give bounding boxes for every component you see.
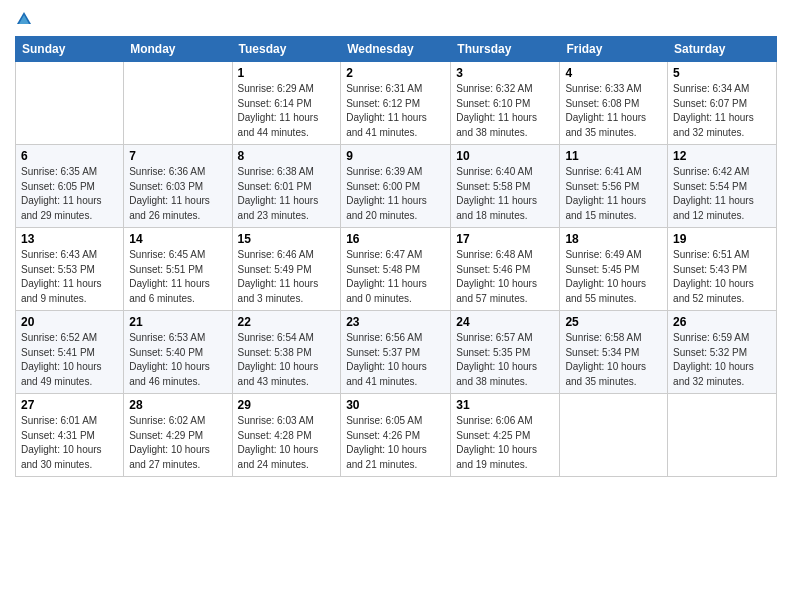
week-row-4: 20Sunrise: 6:52 AM Sunset: 5:41 PM Dayli… xyxy=(16,311,777,394)
calendar-cell: 7Sunrise: 6:36 AM Sunset: 6:03 PM Daylig… xyxy=(124,145,232,228)
day-number: 5 xyxy=(673,66,771,80)
header xyxy=(15,10,777,28)
calendar-cell: 18Sunrise: 6:49 AM Sunset: 5:45 PM Dayli… xyxy=(560,228,668,311)
calendar-cell: 26Sunrise: 6:59 AM Sunset: 5:32 PM Dayli… xyxy=(668,311,777,394)
day-info: Sunrise: 6:51 AM Sunset: 5:43 PM Dayligh… xyxy=(673,248,771,306)
calendar-cell: 31Sunrise: 6:06 AM Sunset: 4:25 PM Dayli… xyxy=(451,394,560,477)
calendar-cell: 16Sunrise: 6:47 AM Sunset: 5:48 PM Dayli… xyxy=(341,228,451,311)
day-number: 6 xyxy=(21,149,118,163)
day-info: Sunrise: 6:47 AM Sunset: 5:48 PM Dayligh… xyxy=(346,248,445,306)
day-number: 15 xyxy=(238,232,336,246)
calendar-cell xyxy=(124,62,232,145)
calendar-cell: 28Sunrise: 6:02 AM Sunset: 4:29 PM Dayli… xyxy=(124,394,232,477)
day-info: Sunrise: 6:32 AM Sunset: 6:10 PM Dayligh… xyxy=(456,82,554,140)
day-number: 22 xyxy=(238,315,336,329)
weekday-header-wednesday: Wednesday xyxy=(341,37,451,62)
calendar-cell: 30Sunrise: 6:05 AM Sunset: 4:26 PM Dayli… xyxy=(341,394,451,477)
day-number: 20 xyxy=(21,315,118,329)
day-info: Sunrise: 6:34 AM Sunset: 6:07 PM Dayligh… xyxy=(673,82,771,140)
day-info: Sunrise: 6:59 AM Sunset: 5:32 PM Dayligh… xyxy=(673,331,771,389)
calendar-cell: 5Sunrise: 6:34 AM Sunset: 6:07 PM Daylig… xyxy=(668,62,777,145)
day-info: Sunrise: 6:48 AM Sunset: 5:46 PM Dayligh… xyxy=(456,248,554,306)
day-info: Sunrise: 6:46 AM Sunset: 5:49 PM Dayligh… xyxy=(238,248,336,306)
day-number: 12 xyxy=(673,149,771,163)
day-info: Sunrise: 6:03 AM Sunset: 4:28 PM Dayligh… xyxy=(238,414,336,472)
calendar-table: SundayMondayTuesdayWednesdayThursdayFrid… xyxy=(15,36,777,477)
weekday-header-thursday: Thursday xyxy=(451,37,560,62)
day-info: Sunrise: 6:45 AM Sunset: 5:51 PM Dayligh… xyxy=(129,248,226,306)
day-number: 14 xyxy=(129,232,226,246)
day-info: Sunrise: 6:54 AM Sunset: 5:38 PM Dayligh… xyxy=(238,331,336,389)
weekday-header-saturday: Saturday xyxy=(668,37,777,62)
day-number: 23 xyxy=(346,315,445,329)
day-info: Sunrise: 6:38 AM Sunset: 6:01 PM Dayligh… xyxy=(238,165,336,223)
day-info: Sunrise: 6:57 AM Sunset: 5:35 PM Dayligh… xyxy=(456,331,554,389)
weekday-header-monday: Monday xyxy=(124,37,232,62)
page: SundayMondayTuesdayWednesdayThursdayFrid… xyxy=(0,0,792,612)
day-number: 7 xyxy=(129,149,226,163)
day-info: Sunrise: 6:52 AM Sunset: 5:41 PM Dayligh… xyxy=(21,331,118,389)
calendar-cell xyxy=(560,394,668,477)
calendar-cell: 11Sunrise: 6:41 AM Sunset: 5:56 PM Dayli… xyxy=(560,145,668,228)
day-info: Sunrise: 6:42 AM Sunset: 5:54 PM Dayligh… xyxy=(673,165,771,223)
week-row-3: 13Sunrise: 6:43 AM Sunset: 5:53 PM Dayli… xyxy=(16,228,777,311)
day-info: Sunrise: 6:29 AM Sunset: 6:14 PM Dayligh… xyxy=(238,82,336,140)
day-info: Sunrise: 6:05 AM Sunset: 4:26 PM Dayligh… xyxy=(346,414,445,472)
calendar-cell: 24Sunrise: 6:57 AM Sunset: 5:35 PM Dayli… xyxy=(451,311,560,394)
calendar-cell: 22Sunrise: 6:54 AM Sunset: 5:38 PM Dayli… xyxy=(232,311,341,394)
calendar-cell: 4Sunrise: 6:33 AM Sunset: 6:08 PM Daylig… xyxy=(560,62,668,145)
day-info: Sunrise: 6:36 AM Sunset: 6:03 PM Dayligh… xyxy=(129,165,226,223)
calendar-cell: 17Sunrise: 6:48 AM Sunset: 5:46 PM Dayli… xyxy=(451,228,560,311)
day-number: 17 xyxy=(456,232,554,246)
week-row-5: 27Sunrise: 6:01 AM Sunset: 4:31 PM Dayli… xyxy=(16,394,777,477)
weekday-header-friday: Friday xyxy=(560,37,668,62)
day-info: Sunrise: 6:39 AM Sunset: 6:00 PM Dayligh… xyxy=(346,165,445,223)
day-info: Sunrise: 6:53 AM Sunset: 5:40 PM Dayligh… xyxy=(129,331,226,389)
day-info: Sunrise: 6:56 AM Sunset: 5:37 PM Dayligh… xyxy=(346,331,445,389)
day-number: 19 xyxy=(673,232,771,246)
day-info: Sunrise: 6:49 AM Sunset: 5:45 PM Dayligh… xyxy=(565,248,662,306)
calendar-cell: 1Sunrise: 6:29 AM Sunset: 6:14 PM Daylig… xyxy=(232,62,341,145)
day-number: 27 xyxy=(21,398,118,412)
calendar-cell: 12Sunrise: 6:42 AM Sunset: 5:54 PM Dayli… xyxy=(668,145,777,228)
calendar-cell: 2Sunrise: 6:31 AM Sunset: 6:12 PM Daylig… xyxy=(341,62,451,145)
week-row-2: 6Sunrise: 6:35 AM Sunset: 6:05 PM Daylig… xyxy=(16,145,777,228)
day-number: 1 xyxy=(238,66,336,80)
day-info: Sunrise: 6:43 AM Sunset: 5:53 PM Dayligh… xyxy=(21,248,118,306)
day-number: 25 xyxy=(565,315,662,329)
calendar-cell: 6Sunrise: 6:35 AM Sunset: 6:05 PM Daylig… xyxy=(16,145,124,228)
day-number: 26 xyxy=(673,315,771,329)
day-number: 2 xyxy=(346,66,445,80)
day-number: 21 xyxy=(129,315,226,329)
calendar-cell: 13Sunrise: 6:43 AM Sunset: 5:53 PM Dayli… xyxy=(16,228,124,311)
calendar-cell: 27Sunrise: 6:01 AM Sunset: 4:31 PM Dayli… xyxy=(16,394,124,477)
day-info: Sunrise: 6:01 AM Sunset: 4:31 PM Dayligh… xyxy=(21,414,118,472)
day-number: 10 xyxy=(456,149,554,163)
calendar-cell: 10Sunrise: 6:40 AM Sunset: 5:58 PM Dayli… xyxy=(451,145,560,228)
calendar-cell: 20Sunrise: 6:52 AM Sunset: 5:41 PM Dayli… xyxy=(16,311,124,394)
day-info: Sunrise: 6:40 AM Sunset: 5:58 PM Dayligh… xyxy=(456,165,554,223)
calendar-cell: 9Sunrise: 6:39 AM Sunset: 6:00 PM Daylig… xyxy=(341,145,451,228)
day-info: Sunrise: 6:31 AM Sunset: 6:12 PM Dayligh… xyxy=(346,82,445,140)
calendar-cell xyxy=(16,62,124,145)
day-number: 11 xyxy=(565,149,662,163)
calendar-cell: 3Sunrise: 6:32 AM Sunset: 6:10 PM Daylig… xyxy=(451,62,560,145)
weekday-header-sunday: Sunday xyxy=(16,37,124,62)
day-number: 13 xyxy=(21,232,118,246)
calendar-cell: 19Sunrise: 6:51 AM Sunset: 5:43 PM Dayli… xyxy=(668,228,777,311)
day-number: 24 xyxy=(456,315,554,329)
logo-icon xyxy=(15,10,33,28)
day-info: Sunrise: 6:02 AM Sunset: 4:29 PM Dayligh… xyxy=(129,414,226,472)
day-number: 16 xyxy=(346,232,445,246)
day-info: Sunrise: 6:06 AM Sunset: 4:25 PM Dayligh… xyxy=(456,414,554,472)
weekday-header-row: SundayMondayTuesdayWednesdayThursdayFrid… xyxy=(16,37,777,62)
day-number: 31 xyxy=(456,398,554,412)
day-info: Sunrise: 6:41 AM Sunset: 5:56 PM Dayligh… xyxy=(565,165,662,223)
calendar-cell: 29Sunrise: 6:03 AM Sunset: 4:28 PM Dayli… xyxy=(232,394,341,477)
calendar-cell: 25Sunrise: 6:58 AM Sunset: 5:34 PM Dayli… xyxy=(560,311,668,394)
logo xyxy=(15,10,37,28)
day-number: 9 xyxy=(346,149,445,163)
day-number: 29 xyxy=(238,398,336,412)
calendar-cell xyxy=(668,394,777,477)
week-row-1: 1Sunrise: 6:29 AM Sunset: 6:14 PM Daylig… xyxy=(16,62,777,145)
